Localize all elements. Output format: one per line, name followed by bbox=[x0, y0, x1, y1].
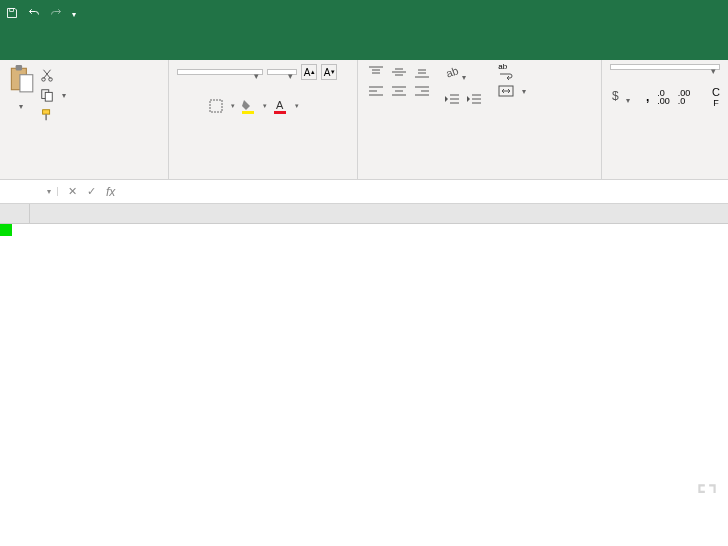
comma-format-button[interactable]: , bbox=[646, 90, 649, 104]
clipboard-group: ▾ ▾ bbox=[0, 60, 169, 179]
svg-text:$: $ bbox=[612, 89, 619, 103]
increase-indent-icon[interactable] bbox=[466, 92, 482, 110]
number-group-label bbox=[610, 176, 720, 177]
svg-text:ab: ab bbox=[445, 64, 461, 79]
align-right-icon[interactable] bbox=[412, 83, 432, 99]
decrease-decimal-icon[interactable]: .00.0 bbox=[678, 89, 691, 105]
enter-icon[interactable]: ✓ bbox=[87, 185, 96, 199]
name-box[interactable] bbox=[0, 187, 58, 196]
copy-button[interactable]: ▾ bbox=[40, 88, 66, 102]
fill-color-button[interactable] bbox=[239, 98, 261, 116]
redo-icon[interactable] bbox=[50, 7, 62, 21]
svg-rect-11 bbox=[242, 111, 254, 114]
number-group: $▾ , .0.00 .00.0 CF bbox=[602, 60, 728, 179]
font-group-label bbox=[177, 176, 349, 177]
accounting-format-icon[interactable]: $▾ bbox=[610, 89, 630, 106]
number-format-select[interactable] bbox=[610, 64, 720, 70]
highlight-frame bbox=[0, 224, 12, 236]
align-bottom-icon[interactable] bbox=[412, 64, 432, 80]
align-center-icon[interactable] bbox=[389, 83, 409, 99]
font-name-select[interactable] bbox=[177, 69, 263, 75]
fx-icon[interactable]: fx bbox=[106, 185, 115, 199]
cut-button[interactable] bbox=[40, 68, 66, 82]
align-left-icon[interactable] bbox=[366, 83, 386, 99]
ribbon: ▾ ▾ A▴ A▾ A bbox=[0, 60, 728, 180]
borders-button[interactable] bbox=[207, 98, 229, 116]
font-color-button[interactable]: A bbox=[271, 98, 293, 116]
paste-icon[interactable] bbox=[8, 64, 34, 98]
spreadsheet-grid[interactable] bbox=[0, 204, 728, 224]
formula-bar: ✕ ✓ fx bbox=[0, 180, 728, 204]
svg-rect-2 bbox=[16, 65, 22, 70]
increase-decimal-icon[interactable]: .0.00 bbox=[657, 89, 670, 105]
svg-rect-3 bbox=[20, 75, 33, 92]
save-icon[interactable] bbox=[6, 7, 18, 21]
wrap-text-button[interactable]: ab bbox=[498, 64, 526, 78]
title-bar: ▾ bbox=[0, 0, 728, 28]
clipboard-group-label bbox=[8, 176, 160, 177]
ribbon-tabs bbox=[0, 28, 728, 60]
svg-rect-13 bbox=[274, 111, 286, 114]
qat-dropdown-icon[interactable]: ▾ bbox=[72, 10, 76, 19]
decrease-indent-icon[interactable] bbox=[444, 92, 460, 110]
increase-font-icon[interactable]: A▴ bbox=[301, 64, 317, 80]
format-painter-button[interactable] bbox=[40, 108, 66, 122]
cancel-icon[interactable]: ✕ bbox=[68, 185, 77, 199]
svg-rect-9 bbox=[45, 114, 47, 120]
decrease-font-icon[interactable]: A▾ bbox=[321, 64, 337, 80]
wrap-text-icon: ab bbox=[498, 64, 514, 78]
alignment-group: ab▾ ab ▾ bbox=[358, 60, 602, 179]
align-middle-icon[interactable] bbox=[389, 64, 409, 80]
svg-rect-10 bbox=[210, 100, 222, 112]
select-all-corner[interactable] bbox=[0, 204, 30, 223]
watermark bbox=[694, 480, 724, 506]
font-size-select[interactable] bbox=[267, 69, 297, 75]
svg-text:A: A bbox=[276, 99, 284, 111]
svg-rect-7 bbox=[45, 92, 52, 101]
svg-rect-8 bbox=[43, 110, 50, 114]
align-top-icon[interactable] bbox=[366, 64, 386, 80]
paste-dropdown-icon[interactable]: ▾ bbox=[19, 102, 23, 111]
font-group: A▴ A▾ A bbox=[169, 60, 358, 179]
cell-styles-button[interactable]: CF bbox=[712, 86, 720, 108]
undo-icon[interactable] bbox=[28, 7, 40, 21]
merge-center-button[interactable]: ▾ bbox=[498, 84, 526, 98]
orientation-icon[interactable]: ab▾ bbox=[444, 64, 482, 84]
alignment-group-label bbox=[366, 176, 593, 177]
